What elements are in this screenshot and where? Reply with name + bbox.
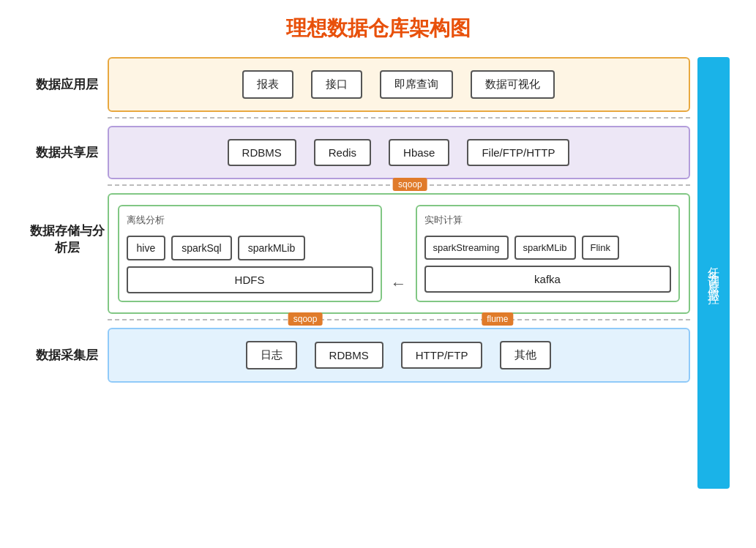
realtime-items-row: sparkStreaming sparkMLib Flink — [424, 236, 671, 260]
hdfs-row: HDFS — [127, 266, 373, 293]
item-rdbms-collect: RDBMS — [315, 342, 383, 369]
storage-layer-label: 数据存储与分析层 — [27, 193, 108, 256]
item-hbase: Hbase — [389, 139, 449, 166]
left-arrow-icon: ← — [391, 274, 407, 293]
right-bar-text: 任务调度与监控 — [706, 258, 721, 288]
main-layout: 数据应用层 报表 接口 即席查询 数据可视化 数据共享层 — [27, 57, 730, 489]
realtime-label: 实时计算 — [424, 214, 671, 227]
flume-label: flume — [482, 312, 513, 326]
offline-label: 离线分析 — [127, 214, 373, 227]
app-layer-box: 报表 接口 即席查询 数据可视化 — [108, 57, 690, 112]
item-jiekou: 接口 — [311, 70, 362, 99]
item-sparkmlib-realtime: sparkMLib — [514, 236, 576, 260]
app-layer-row: 数据应用层 报表 接口 即席查询 数据可视化 — [27, 57, 690, 112]
share-layer-row: 数据共享层 RDBMS Redis Hbase File/FTP/HTTP — [27, 126, 690, 179]
collect-layer-row: 数据采集层 日志 RDBMS HTTP/FTP 其他 — [27, 328, 690, 383]
collect-layer-box: 日志 RDBMS HTTP/FTP 其他 — [108, 328, 690, 383]
item-shujukeshihua: 数据可视化 — [471, 70, 555, 99]
sqoop2-label: sqoop — [288, 312, 323, 326]
item-other: 其他 — [500, 341, 551, 369]
dashed-sep-1 — [27, 117, 690, 119]
share-layer-label: 数据共享层 — [27, 144, 108, 161]
item-jixichaxun: 即席查询 — [380, 70, 453, 99]
item-rdbms-share: RDBMS — [228, 139, 296, 166]
share-layer-content: RDBMS Redis Hbase File/FTP/HTTP — [108, 126, 690, 179]
item-log: 日志 — [246, 341, 297, 369]
share-layer-box: RDBMS Redis Hbase File/FTP/HTTP — [108, 126, 690, 179]
right-bar: 任务调度与监控 — [697, 57, 730, 489]
dashed-sep-sqoop1: sqoop — [27, 184, 690, 186]
offline-items-row: hive sparkSql sparkMLib — [127, 236, 373, 260]
storage-layer-row: 数据存储与分析层 离线分析 hive sparkSql sparkMLib — [27, 193, 690, 314]
app-layer-content: 报表 接口 即席查询 数据可视化 — [108, 57, 690, 112]
storage-layer-content: 离线分析 hive sparkSql sparkMLib HDFS — [108, 193, 690, 314]
item-sparkmlib-offline: sparkMLib — [238, 236, 306, 260]
page-wrapper: 理想数据仓库架构图 数据应用层 报表 接口 即席查询 数据可视化 — [0, 0, 756, 548]
item-fileftp: File/FTP/HTTP — [467, 139, 569, 166]
kafka-row: kafka — [424, 266, 671, 293]
collect-layer-content: 日志 RDBMS HTTP/FTP 其他 — [108, 328, 690, 383]
item-hive: hive — [127, 236, 166, 260]
item-httpftp: HTTP/FTP — [401, 342, 483, 369]
offline-section: 离线分析 hive sparkSql sparkMLib HDFS — [118, 205, 382, 302]
kafka-box: kafka — [424, 266, 671, 293]
collect-layer-label: 数据采集层 — [27, 347, 108, 364]
item-sparksql: sparkSql — [171, 236, 231, 260]
realtime-section: 实时计算 sparkStreaming sparkMLib Flink kafk… — [416, 205, 680, 302]
page-title: 理想数据仓库架构图 — [286, 15, 471, 42]
item-baobiao: 报表 — [242, 70, 293, 99]
hdfs-box: HDFS — [127, 266, 373, 293]
sqoop1-label: sqoop — [393, 178, 427, 191]
app-layer-label: 数据应用层 — [27, 76, 108, 93]
item-sparkstreaming: sparkStreaming — [424, 236, 509, 260]
item-redis: Redis — [314, 139, 371, 166]
dashed-sep-sqoop2-flume: sqoop flume — [27, 319, 690, 320]
item-flink: Flink — [582, 236, 619, 260]
storage-layer-box: 离线分析 hive sparkSql sparkMLib HDFS — [108, 193, 690, 314]
layers-col: 数据应用层 报表 接口 即席查询 数据可视化 数据共享层 — [27, 57, 690, 489]
arrow-hdfs-kafka: ← — [391, 205, 407, 302]
